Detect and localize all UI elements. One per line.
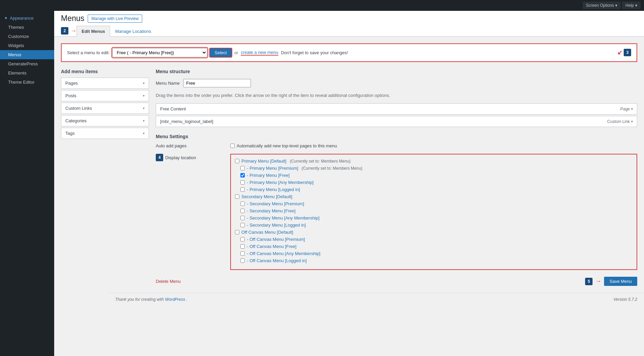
chevron-down-icon: ▾ [615, 3, 617, 8]
delete-menu-link[interactable]: Delete Menu [156, 279, 181, 284]
tab-arrow: → [70, 27, 77, 35]
location-label: - Off Canvas Menu [Logged in] [247, 258, 307, 263]
item-type-text: Custom Link [607, 119, 630, 124]
select-menu-bar: Select a menu to edit: Free ( - Primary … [61, 43, 637, 62]
menu-name-input[interactable] [183, 79, 251, 87]
checkbox-off-canvas-premium-input[interactable] [240, 237, 245, 242]
checkbox-off-canvas-any-membership-input[interactable] [240, 251, 245, 256]
checkbox-off-canvas-logged-in-input[interactable] [240, 258, 245, 263]
checkbox-off-canvas-any-membership: - Off Canvas Menu [Any Membership] [235, 251, 632, 256]
location-label: - Off Canvas Menu [Premium] [247, 237, 305, 242]
chevron-down-icon: ▾ [143, 106, 145, 110]
checkbox-primary-default-input[interactable] [235, 159, 239, 163]
auto-add-pages-checkbox-label: Automatically add new top-level pages to… [237, 143, 337, 148]
wordpress-link[interactable]: WordPress [165, 297, 186, 302]
location-label: - Secondary Menu [Any Membership] [247, 215, 320, 221]
checkbox-secondary-default: Secondary Menu [Default] [235, 194, 632, 199]
select-menu-button[interactable]: Select [210, 48, 232, 57]
checkbox-off-canvas-premium: - Off Canvas Menu [Premium] [235, 237, 632, 242]
chevron-down-icon: ▾ [631, 120, 633, 123]
checkbox-primary-free: - Primary Menu [Free] [235, 173, 632, 178]
tab-manage-locations[interactable]: Manage Locations [110, 26, 156, 37]
location-label: - Primary Menu [Free] [247, 173, 289, 178]
main-content: Select a menu to edit: Free ( - Primary … [54, 37, 644, 293]
checkbox-primary-logged-in-input[interactable] [240, 187, 245, 192]
site-footer: Thank you for creating with WordPress . … [108, 293, 644, 306]
screen-options-label: Screen Options [586, 3, 614, 8]
sidebar-item-label: Menus [8, 52, 21, 57]
sidebar-item-generatepress[interactable]: GeneratePress [0, 59, 54, 68]
badge-4: 4 [156, 154, 163, 161]
live-preview-button[interactable]: Manage with Live Preview [88, 15, 142, 23]
location-note: (Currently set to: Members Menu) [302, 166, 362, 171]
sidebar-item-label: Elements [8, 70, 26, 76]
display-location-section: 4 Display location Primary Menu [Default… [156, 154, 637, 270]
checkbox-secondary-free: - Secondary Menu [Free] [235, 208, 632, 213]
accordion-posts-header[interactable]: Posts ▾ [61, 90, 149, 101]
menu-name-label: Menu Name [156, 81, 180, 86]
sidebar-item-themes[interactable]: Themes [0, 23, 54, 32]
live-preview-label: Manage with Live Preview [91, 16, 138, 21]
menu-item-free-content[interactable]: Free Content Page ▾ [156, 103, 637, 114]
save-menu-button[interactable]: Save Menu [604, 277, 637, 286]
menu-select[interactable]: Free ( - Primary Menu [Free]) [112, 48, 207, 57]
checkbox-primary-premium: - Primary Menu [Premium] (Currently set … [235, 166, 632, 171]
checkbox-secondary-logged-in: - Secondary Menu [Logged in] [235, 223, 632, 228]
tab-edit-menus[interactable]: Edit Menus [77, 26, 110, 37]
main-wrap: Menus Manage with Live Preview 2 → Edit … [54, 11, 644, 356]
accordion-categories-header[interactable]: Categories ▾ [61, 116, 149, 126]
sidebar-item-customize[interactable]: Customize [0, 32, 54, 41]
checkbox-secondary-any-membership-input[interactable] [240, 216, 245, 220]
screen-options-button[interactable]: Screen Options ▾ [583, 2, 621, 9]
save-arrow: → [595, 278, 601, 285]
location-label: - Off Canvas Menu [Any Membership] [247, 251, 320, 256]
help-button[interactable]: Help ▾ [622, 2, 641, 9]
menu-structure-panel: Menu structure Menu Name Drag the items … [156, 69, 637, 286]
checkbox-primary-any-membership-input[interactable] [240, 180, 245, 185]
sidebar-item-menus[interactable]: Menus ← 1 [0, 50, 54, 59]
checkbox-off-canvas-default: Off Canvas Menu [Default] [235, 230, 632, 235]
page-title-row: Menus Manage with Live Preview [61, 14, 637, 26]
sidebar-item-appearance[interactable]: ✦ Appearance [0, 14, 54, 23]
menu-settings-title: Menu Settings [156, 134, 637, 139]
chevron-down-icon: ▾ [635, 3, 637, 8]
accordion-pages: Pages ▾ [61, 78, 149, 89]
badge-2: 2 [61, 27, 68, 35]
sidebar-item-elements[interactable]: Elements [0, 68, 54, 78]
checkbox-primary-free-input[interactable] [240, 173, 245, 177]
location-label: Secondary Menu [Default] [241, 194, 292, 199]
chevron-down-icon: ▾ [143, 131, 145, 135]
checkbox-secondary-premium-input[interactable] [240, 202, 245, 206]
sidebar: ✦ Appearance Themes Customize Widgets Me… [0, 11, 54, 356]
chevron-down-icon: ▾ [143, 94, 145, 98]
checkbox-secondary-logged-in-input[interactable] [240, 223, 245, 227]
checkbox-secondary-free-input[interactable] [240, 209, 245, 213]
wordpress-link-text: WordPress [165, 297, 185, 302]
version-text: Version 5.7.2 [614, 297, 637, 302]
badge-5: 5 [585, 278, 593, 285]
accordion-pages-header[interactable]: Pages ▾ [61, 78, 149, 88]
checkbox-secondary-any-membership: - Secondary Menu [Any Membership] [235, 215, 632, 221]
menu-item-loginout[interactable]: [mbr_menu_loginout_label] Custom Link ▾ [156, 116, 637, 127]
help-label: Help [625, 3, 634, 8]
accordion-tags-header[interactable]: Tags ▾ [61, 128, 149, 139]
sidebar-item-label: Themes [8, 25, 24, 30]
accordion-pages-label: Pages [65, 81, 78, 86]
chevron-down-icon: ▾ [631, 107, 633, 111]
two-col-layout: Add menu items Pages ▾ Posts ▾ Custom Li [61, 69, 637, 286]
checkbox-off-canvas-free: - Off Canvas Menu [Free] [235, 244, 632, 249]
create-new-menu-link[interactable]: create a new menu [241, 50, 278, 56]
checkbox-secondary-default-input[interactable] [235, 194, 239, 199]
accordion-custom-links-header[interactable]: Custom Links ▾ [61, 103, 149, 113]
tab-manage-locations-label: Manage Locations [115, 29, 151, 34]
sidebar-item-widgets[interactable]: Widgets [0, 41, 54, 50]
checkbox-off-canvas-default-input[interactable] [235, 230, 239, 234]
checkbox-primary-premium-input[interactable] [240, 166, 245, 170]
badge-3: 3 [624, 49, 631, 56]
display-loc-text: Display location [165, 155, 196, 160]
checkbox-primary-logged-in: - Primary Menu [Logged in] [235, 187, 632, 192]
auto-add-pages-checkbox[interactable] [230, 144, 235, 148]
checkbox-off-canvas-free-input[interactable] [240, 244, 245, 249]
sidebar-item-theme-editor[interactable]: Theme Editor [0, 78, 54, 87]
accordion-custom-links: Custom Links ▾ [61, 103, 149, 114]
